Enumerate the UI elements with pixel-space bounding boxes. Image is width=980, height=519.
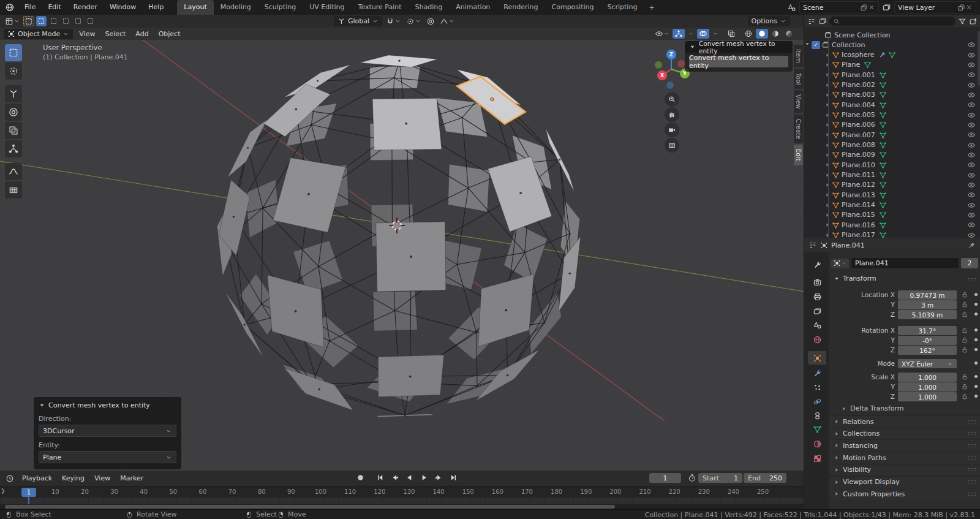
section-collections[interactable]: Collections:::: [829, 428, 980, 439]
menu-render[interactable]: Render [67, 0, 104, 15]
current-frame-field[interactable]: 1 [649, 473, 681, 483]
animate-dot[interactable] [974, 313, 978, 316]
timeline-expand-arrow[interactable]: ❯ [1, 488, 6, 494]
outliner-scrollbar[interactable] [978, 31, 980, 86]
users-count-button[interactable]: 2 [961, 258, 978, 268]
animate-dot[interactable] [974, 375, 978, 378]
properties-tab-view-layer[interactable] [808, 305, 826, 318]
filter-type-dropdown[interactable] [818, 17, 827, 26]
panel-drag-dots[interactable]: :::: [968, 277, 977, 282]
field-z[interactable]: 5.1039 m [898, 310, 957, 319]
proportional-falloff-dropdown[interactable] [439, 16, 456, 26]
options-dropdown[interactable]: Options [748, 16, 790, 26]
outliner-row-plane.003[interactable]: Plane.003 [804, 90, 980, 100]
shading-solid-button[interactable] [756, 29, 768, 39]
ortho-toggle-button[interactable] [665, 138, 679, 153]
menu-edit[interactable]: Edit [42, 0, 67, 15]
annotate-tool-button[interactable] [5, 163, 22, 180]
collection-checkbox[interactable]: ✓ [812, 41, 820, 49]
proportional-editing-toggle[interactable] [425, 16, 436, 26]
properties-tab-physics[interactable] [808, 395, 826, 408]
outliner-search-input[interactable] [829, 17, 956, 26]
pan-button[interactable] [665, 107, 679, 122]
animate-dot[interactable] [974, 395, 978, 398]
workspace-tab-layout[interactable]: Layout [177, 0, 213, 15]
current-frame-badge[interactable]: 1 [21, 488, 36, 497]
frame-end-field[interactable]: End250 [744, 473, 786, 483]
overlays-dropdown[interactable] [710, 29, 720, 39]
filter-dropdown[interactable] [958, 17, 967, 26]
properties-tab-texture[interactable] [808, 452, 826, 465]
outliner-row-plane.012[interactable]: Plane.012 [804, 180, 980, 190]
animate-dot[interactable] [974, 362, 978, 365]
object-name-field[interactable]: Plane.041 [851, 257, 959, 269]
panel-drag-dots[interactable]: :::: [968, 467, 977, 472]
viewport-menu-add[interactable]: Add [130, 29, 153, 39]
field-location-x[interactable]: 0.97473 m [898, 290, 957, 300]
outliner-row-plane.002[interactable]: Plane.002 [804, 80, 980, 90]
properties-tab-modifiers[interactable] [808, 366, 826, 380]
play-button[interactable] [418, 472, 431, 482]
timeline-menu-view[interactable]: View [89, 472, 115, 484]
delta-transform-header[interactable]: Delta Transform [841, 404, 904, 412]
field-rotation-x[interactable]: 31.7° [898, 326, 957, 335]
sidebar-tab-create[interactable]: Create [794, 115, 803, 143]
camera-view-button[interactable] [665, 123, 679, 137]
gizmo-dropdown[interactable] [686, 29, 696, 39]
id-type-dropdown[interactable] [831, 259, 849, 268]
field-y[interactable]: -0° [898, 336, 957, 345]
sidebar-panel-header[interactable]: Convert mesh vertex to entity [685, 41, 793, 53]
xray-toggle[interactable] [725, 29, 737, 39]
animate-dot[interactable] [974, 338, 978, 341]
active-tool-button[interactable] [23, 16, 34, 26]
use-preview-range-button[interactable] [686, 473, 698, 483]
field-z[interactable]: 162° [898, 346, 957, 355]
timeline-track[interactable] [0, 498, 804, 504]
section-custom-properties[interactable]: Custom Properties:::: [829, 488, 980, 499]
play-reverse-button[interactable] [403, 472, 416, 482]
section-viewport-display[interactable]: Viewport Display:::: [829, 476, 980, 488]
outliner-row-plane.009[interactable]: Plane.009 [804, 150, 980, 160]
viewport-menu-object[interactable]: Object [154, 29, 186, 39]
animate-dot[interactable] [974, 328, 978, 331]
transform-tool-button[interactable] [5, 140, 22, 157]
view-layer-field[interactable]: View Layer [894, 1, 976, 13]
outliner-row-collection[interactable]: ✓Collection [804, 40, 980, 50]
timeline-menu-playback[interactable]: Playback [17, 472, 57, 484]
blender-logo-icon[interactable] [0, 2, 18, 12]
panel-drag-dots[interactable]: :::: [968, 431, 977, 436]
outliner-row-plane.007[interactable]: Plane.007 [804, 130, 980, 140]
jump-to-start-button[interactable] [374, 472, 386, 482]
properties-tab-constraints[interactable] [808, 409, 826, 422]
timeline-scrollbar[interactable] [0, 504, 804, 509]
editor-type-dropdown[interactable] [4, 16, 21, 26]
snap-toggle[interactable] [385, 16, 402, 26]
outliner-row-plane.008[interactable]: Plane.008 [804, 140, 980, 150]
viewport-menu-view[interactable]: View [74, 29, 100, 39]
convert-mesh-button[interactable]: Convert mesh vertex to entity [689, 56, 788, 67]
outliner-row-plane.010[interactable]: Plane.010 [804, 160, 980, 170]
record-button[interactable] [354, 472, 367, 482]
overlays-toggle[interactable] [697, 29, 709, 39]
outliner-row-plane.013[interactable]: Plane.013 [804, 190, 980, 200]
outliner-row-plane.001[interactable]: Plane.001 [804, 70, 980, 80]
sidebar-tab-view[interactable]: View [794, 90, 803, 113]
workspace-tab-rendering[interactable]: Rendering [497, 0, 545, 15]
object-visibility-dropdown[interactable] [653, 29, 671, 39]
snap-target-dropdown[interactable] [405, 16, 423, 26]
move-tool-button[interactable] [5, 85, 22, 102]
menu-file[interactable]: File [18, 0, 42, 15]
shading-wireframe-button[interactable] [742, 29, 755, 39]
workspace-tab-uv-editing[interactable]: UV Editing [303, 0, 351, 15]
shading-rendered-button[interactable] [783, 29, 795, 39]
timeline-menu-marker[interactable]: Marker [115, 472, 148, 484]
workspace-tab-compositing[interactable]: Compositing [545, 0, 601, 15]
timeline-scrollbar-thumb[interactable] [5, 505, 615, 509]
workspace-tab-scripting[interactable]: Scripting [600, 0, 644, 15]
scene-selector-icon[interactable] [785, 2, 798, 12]
next-keyframe-button[interactable] [432, 472, 445, 482]
animate-dot[interactable] [974, 303, 978, 306]
animate-dot[interactable] [974, 385, 978, 388]
select-extend-button[interactable] [48, 16, 59, 26]
scene-field[interactable]: Scene [799, 1, 879, 13]
